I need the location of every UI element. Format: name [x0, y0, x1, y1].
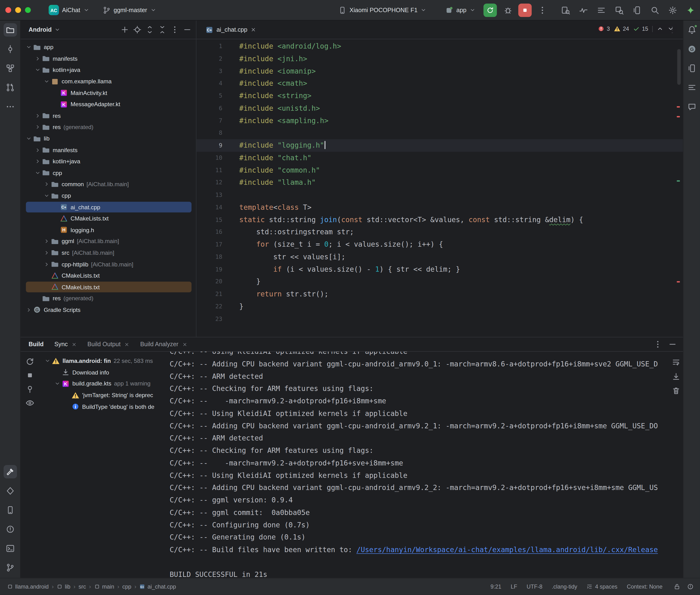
tree-item-common[interactable]: common[AiChat.lib.main]	[21, 178, 196, 190]
chevron-down-icon[interactable]	[34, 66, 41, 74]
code-line[interactable]: 3#include <iomanip>	[196, 65, 683, 77]
device-manager-tool-button[interactable]	[685, 62, 698, 75]
assistant-tool-button[interactable]	[685, 100, 698, 113]
code-line[interactable]: 10#include "chat.h"	[196, 152, 683, 164]
chevron-down-icon[interactable]	[43, 192, 51, 200]
logcat-tool-button[interactable]	[685, 81, 698, 94]
chevron-down-icon[interactable]	[54, 380, 61, 388]
line-number[interactable]: 1	[196, 40, 222, 53]
line-number[interactable]: 21	[196, 288, 222, 300]
view-options-button[interactable]	[26, 399, 34, 407]
chevron-right-icon[interactable]	[34, 123, 41, 131]
tree-item-src[interactable]: src[AiChat.lib.main]	[21, 247, 196, 259]
tree-item-cmakelists-txt[interactable]: CMakeLists.txt	[21, 281, 196, 293]
line-number[interactable]: 3	[196, 65, 222, 77]
close-tab-icon[interactable]	[251, 27, 256, 32]
tree-item-ggml[interactable]: ggml[AiChat.lib.main]	[21, 236, 196, 247]
chevron-right-icon[interactable]	[34, 158, 41, 165]
line-number[interactable]: 13	[196, 189, 222, 201]
inspections-widget[interactable]: 3 24 15	[595, 24, 677, 33]
tree-item-logging-h[interactable]: Hlogging.h	[21, 224, 196, 236]
hide-panel-button[interactable]	[183, 26, 192, 34]
close-icon[interactable]	[71, 342, 77, 347]
branch-widget[interactable]: ggml-master	[99, 4, 160, 16]
editor-scrollbar[interactable]	[677, 49, 681, 85]
select-opened-file-button[interactable]	[133, 26, 142, 34]
breadcrumb-item-cpp[interactable]: cpp	[122, 584, 132, 590]
code-line[interactable]: 11#include "common.h"	[196, 164, 683, 176]
code-line[interactable]: 4#include <cmath>	[196, 77, 683, 90]
pin-button[interactable]	[26, 385, 34, 394]
more-options-button[interactable]	[171, 26, 179, 34]
line-number[interactable]: 4	[196, 77, 222, 90]
logcat-button[interactable]	[596, 5, 606, 15]
btree-item-jvmtarget-string-is-deprec[interactable]: 'jvmTarget: String' is deprec	[39, 390, 165, 401]
btree-item-llama-android-fin[interactable]: llama.android: fin22 sec, 583 ms	[39, 355, 165, 367]
statusbar-indentation[interactable]: 4 spaces	[587, 584, 617, 590]
tree-item-kotlin-java[interactable]: kotlin+java	[21, 156, 196, 167]
tree-item-res[interactable]: res(generated)	[21, 121, 196, 133]
close-window-button[interactable]	[5, 7, 11, 13]
tree-item-kotlin-java[interactable]: kotlin+java	[21, 64, 196, 76]
breadcrumb-item-lib[interactable]: lib	[57, 584, 70, 590]
running-devices-tool-button[interactable]	[3, 503, 17, 517]
line-number[interactable]: 10	[196, 152, 222, 164]
code-line[interactable]: 8	[196, 127, 683, 139]
settings-button[interactable]	[667, 5, 678, 15]
project-tool-button[interactable]	[3, 23, 17, 36]
line-number[interactable]: 19	[196, 263, 222, 276]
more-run-options-button[interactable]	[538, 5, 547, 14]
scroll-to-end-button[interactable]	[672, 372, 680, 381]
line-number[interactable]: 17	[196, 238, 222, 251]
tree-item-ai-chat-cpp[interactable]: C+ai_chat.cpp	[21, 201, 196, 213]
code-line[interactable]: 14template<class T>	[196, 201, 683, 214]
btree-item-download-info[interactable]: Download info	[39, 367, 165, 378]
line-number[interactable]: 2	[196, 53, 222, 65]
statusbar-file-encoding[interactable]: UTF-8	[527, 584, 542, 590]
code-line[interactable]: 5#include <string>	[196, 90, 683, 102]
code-line[interactable]: 7#include <sampling.h>	[196, 115, 683, 127]
device-manager-button[interactable]	[632, 5, 642, 15]
clear-all-button[interactable]	[672, 387, 680, 395]
breadcrumb-item-llama-android[interactable]: llama.android	[7, 584, 49, 590]
debug-button[interactable]	[504, 5, 512, 14]
statusbar-context[interactable]: Context: None	[627, 584, 663, 590]
terminal-tool-button[interactable]	[3, 542, 17, 555]
structure-tool-button[interactable]	[3, 62, 17, 75]
rerun-button[interactable]	[483, 3, 497, 17]
code-line[interactable]: 23	[196, 313, 683, 325]
btree-item-build-gradle-kts[interactable]: Kbuild.gradle.ktsapp 1 warning	[39, 378, 165, 390]
build-tab-sync[interactable]: Sync	[54, 337, 77, 351]
project-view-selector[interactable]: Android	[29, 26, 60, 33]
line-number[interactable]: 7	[196, 115, 222, 127]
chevron-down-icon[interactable]	[25, 43, 33, 51]
tree-item-cmakelists-txt[interactable]: CMakeLists.txt	[21, 213, 196, 224]
build-tab-build-output[interactable]: Build Output	[87, 337, 130, 351]
code-line[interactable]: 20 }	[196, 276, 683, 288]
breadcrumb-item-main[interactable]: main	[94, 584, 114, 590]
line-number[interactable]: 8	[196, 127, 222, 139]
chevron-down-icon[interactable]	[43, 78, 51, 85]
code-line[interactable]: 21 return str.str();	[196, 288, 683, 300]
re-sync-button[interactable]	[26, 357, 34, 366]
code-line[interactable]: 2#include <jni.h>	[196, 53, 683, 65]
console-link[interactable]: /Users/hanyin/Workspace/ai-chat/examples…	[357, 545, 658, 554]
zoom-window-button[interactable]	[25, 7, 31, 13]
code-line[interactable]: 9#include "logging.h"	[196, 139, 683, 152]
line-number[interactable]: 11	[196, 164, 222, 176]
breadcrumb-item-src[interactable]: src	[79, 584, 86, 590]
statusbar-caret-position[interactable]: 9:21	[491, 584, 501, 590]
statusbar-line-separator[interactable]: LF	[511, 584, 517, 590]
run-config-selector[interactable]: app	[442, 4, 479, 16]
code-line[interactable]: 19 if (i < values.size() - 1) { str << d…	[196, 263, 683, 276]
code-line[interactable]: 16 std::ostringstream str;	[196, 226, 683, 238]
layout-inspector-button[interactable]	[560, 5, 570, 15]
tree-item-lib[interactable]: lib	[21, 133, 196, 144]
chevron-right-icon[interactable]	[43, 260, 51, 268]
line-number[interactable]: 18	[196, 251, 222, 263]
search-everywhere-button[interactable]	[649, 5, 660, 15]
line-number[interactable]: 9	[196, 139, 222, 152]
close-icon[interactable]	[182, 342, 187, 347]
code-line[interactable]: 1#include <android/log.h>	[196, 40, 683, 53]
gradle-tool-button[interactable]: G	[685, 42, 698, 56]
